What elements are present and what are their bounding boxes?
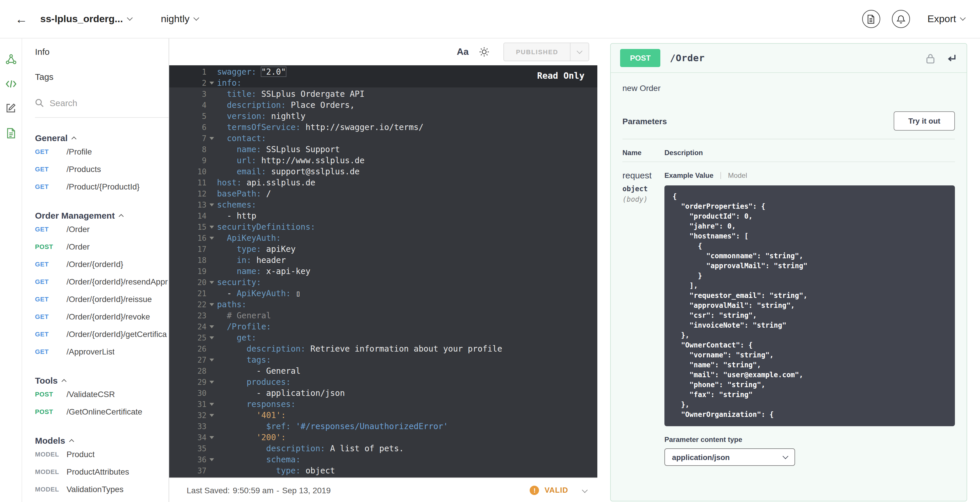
sidebar-item[interactable]: GET/Product/{ProductId}	[35, 178, 169, 195]
sidebar-section: Order ManagementGET/OrderPOST/OrderGET/O…	[35, 210, 169, 360]
fold-toggle-icon[interactable]	[207, 376, 217, 388]
code-line: 27 tags:	[169, 354, 597, 365]
code-line: 29 produces:	[169, 376, 597, 388]
fold-toggle-icon[interactable]	[207, 332, 217, 343]
fold-toggle-icon[interactable]	[207, 222, 217, 233]
sidebar-item[interactable]: GET/Profile	[35, 143, 169, 160]
top-actions: Export	[862, 10, 965, 28]
sidebar-item[interactable]: POST/Order	[35, 238, 169, 255]
section-header[interactable]: Tools	[35, 375, 169, 385]
validation-status[interactable]: ! VALID	[530, 485, 587, 495]
operation-summary: new Order	[622, 73, 955, 107]
section-header[interactable]: Models	[35, 435, 169, 445]
fold-spacer	[207, 343, 217, 354]
sidebar-item[interactable]: GET/ApproverList	[35, 343, 169, 360]
publish-menu-button[interactable]	[570, 43, 589, 61]
search-input[interactable]	[49, 98, 137, 108]
tab-divider	[721, 172, 721, 179]
section-header[interactable]: Order Management	[35, 210, 169, 221]
apis-icon[interactable]	[5, 54, 17, 65]
fold-spacer	[207, 188, 217, 199]
fold-toggle-icon[interactable]	[207, 321, 217, 332]
api-name-dropdown[interactable]: ss-lplus_orderg...	[40, 13, 132, 25]
sidebar-item[interactable]: GET/Order/{orderId}/revoke	[35, 308, 169, 325]
fold-toggle-icon[interactable]	[207, 199, 217, 210]
fold-toggle-icon[interactable]	[207, 277, 217, 288]
code-line: 5 version: nightly	[169, 111, 597, 122]
sidebar-item[interactable]: POST/ValidateCSR	[35, 385, 169, 403]
code-text: host: api.sslplus.de	[217, 177, 315, 188]
tab-example-value[interactable]: Example Value	[664, 172, 713, 180]
sidebar-item[interactable]: GET/Order/{orderId}/getCertifica	[35, 325, 169, 343]
sidebar-item[interactable]: GET/Order/{orderId}/reissue	[35, 290, 169, 308]
fold-toggle-icon[interactable]	[207, 233, 217, 244]
line-number: 20	[169, 277, 207, 288]
fold-toggle-icon[interactable]	[207, 354, 217, 365]
code-line: 13schemes:	[169, 199, 597, 210]
line-number: 25	[169, 332, 207, 343]
try-it-out-button[interactable]: Try it out	[894, 111, 955, 130]
fold-toggle-icon[interactable]	[207, 299, 217, 310]
code-editor-icon[interactable]	[5, 79, 17, 89]
code-line: 30 - application/json	[169, 388, 597, 399]
fold-toggle-icon[interactable]	[207, 432, 217, 443]
fold-toggle-icon[interactable]	[207, 133, 217, 144]
fold-spacer	[207, 421, 217, 432]
code-line: 28 - General	[169, 365, 597, 376]
sidebar-item[interactable]: GET/Order/{orderId}	[35, 255, 169, 273]
sidebar-item-info[interactable]: Info	[35, 47, 169, 57]
section-header[interactable]: General	[35, 133, 169, 143]
sidebar-item[interactable]: MODELProductAttributes	[35, 463, 169, 480]
version-dropdown[interactable]: nightly	[161, 13, 198, 25]
fold-spacer	[207, 310, 217, 321]
code-text: ApiKeyAuth:	[217, 233, 281, 244]
sidebar-item[interactable]: GET/Order/{orderId}/resendAppr	[35, 273, 169, 290]
sidebar-item-tags[interactable]: Tags	[35, 72, 169, 82]
fold-toggle-icon[interactable]	[207, 410, 217, 421]
read-only-label: Read Only	[537, 71, 584, 81]
export-dropdown[interactable]: Export	[928, 13, 965, 25]
collapse-arrow-icon[interactable]	[946, 53, 957, 63]
lock-icon[interactable]	[926, 53, 935, 63]
fold-spacer	[207, 100, 217, 111]
parameters-title: Parameters	[622, 116, 667, 126]
line-number: 32	[169, 410, 207, 421]
code-editor[interactable]: Read Only 1swagger: "2.0"2info:3 title: …	[169, 65, 597, 478]
sidebar-item[interactable]: GET/Order	[35, 221, 169, 238]
code-text: type: object	[217, 465, 335, 477]
code-line: 37 type: object	[169, 465, 597, 477]
back-button[interactable]: ←	[15, 12, 27, 26]
content-type-label: Parameter content type	[664, 435, 955, 444]
fold-spacer	[207, 144, 217, 155]
notifications-button[interactable]	[892, 10, 910, 28]
fold-toggle-icon[interactable]	[207, 78, 217, 89]
edit-icon[interactable]	[5, 103, 16, 114]
path-label: /Order	[67, 242, 89, 251]
line-number: 29	[169, 376, 207, 388]
operation-header[interactable]: POST /Order	[611, 44, 967, 73]
font-settings-button[interactable]: Aa	[457, 47, 469, 57]
line-number: 34	[169, 432, 207, 443]
theme-toggle-icon[interactable]	[479, 47, 490, 57]
validation-dropdown[interactable]	[578, 485, 587, 495]
code-line: 4 description: Place Orders,	[169, 100, 597, 111]
chevron-down-icon	[127, 15, 133, 21]
parameters-header: Parameters Try it out	[622, 107, 955, 139]
docs-icon[interactable]	[6, 128, 16, 139]
sidebar-item[interactable]: MODELProduct	[35, 445, 169, 463]
content-type-select[interactable]: application/json	[664, 448, 795, 466]
published-button[interactable]: PUBLISHED	[504, 43, 570, 61]
code-text: - application/json	[217, 388, 345, 399]
line-number: 36	[169, 454, 207, 465]
fold-toggle-icon[interactable]	[207, 454, 217, 465]
fold-toggle-icon[interactable]	[207, 399, 217, 410]
comparison-button[interactable]	[862, 10, 880, 28]
sidebar: Info Tags GeneralGET/ProfileGET/Products…	[22, 38, 169, 502]
sidebar-item[interactable]: GET/Products	[35, 160, 169, 178]
tab-model[interactable]: Model	[728, 172, 747, 180]
sidebar-item[interactable]: MODELValidationTypes	[35, 480, 169, 498]
path-label: ProductAttributes	[67, 467, 129, 477]
sidebar-item[interactable]: POST/GetOnlineCertificate	[35, 403, 169, 420]
line-number: 2	[169, 78, 207, 89]
code-line: 16 ApiKeyAuth:	[169, 233, 597, 244]
